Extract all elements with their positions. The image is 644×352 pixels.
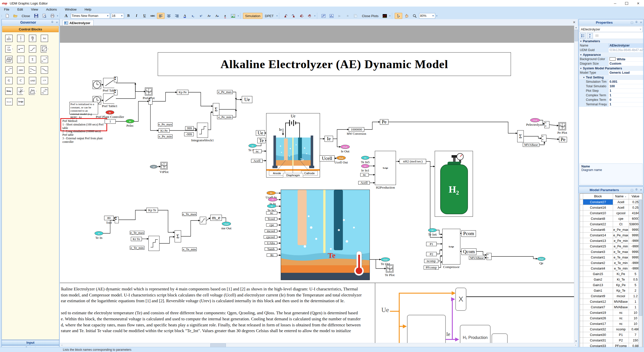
prop-diagram-size[interactable]: Diagram SizeCustom <box>579 62 643 66</box>
grow-font-button[interactable]: A▴ <box>213 13 221 19</box>
run-simulation-button[interactable]: ▶ <box>336 13 343 19</box>
scroll-up-icon[interactable]: ▲ <box>574 26 578 29</box>
node-mux[interactable]: ✱✱ <box>114 77 117 82</box>
switch-block[interactable] <box>29 66 36 74</box>
param-row-constant13[interactable]: Constant13e_Pe_min-9999 <box>580 238 642 244</box>
gain-block[interactable]: G <box>5 77 13 84</box>
param-row-constant16[interactable]: Constant16Acell0.25 <box>580 205 642 210</box>
pin-icon[interactable] <box>634 188 639 191</box>
param-row-constant22[interactable]: Constant22Ct5380000 <box>580 222 642 227</box>
param-row-constant32[interactable]: Constant32ncomp0.486 <box>580 327 642 332</box>
diagram-canvas[interactable]: Alkaline Electrolyzer (AE) Dynamic Model… <box>60 26 574 343</box>
node-[interactable]: Σ <box>213 103 219 116</box>
constant-block[interactable]: C <box>17 77 24 84</box>
hld-h2-production-block[interactable]: H₂ Production <box>460 325 491 343</box>
node-in[interactable]: In <box>267 204 276 208</box>
hld-multiply-block[interactable]: X <box>455 288 466 311</box>
param-row-constant31[interactable]: Constant31P2150 <box>580 338 642 343</box>
param-row-gain15[interactable]: Gain15Ki_Pe5 <box>580 271 642 277</box>
font-dialog-button[interactable]: A <box>62 13 70 19</box>
param-row-constant27[interactable]: Constant27Acell0.25 <box>580 199 642 205</box>
align-center-button[interactable] <box>165 13 173 19</box>
node-p2[interactable]: P2 <box>426 252 437 256</box>
node-in[interactable]: In <box>361 164 369 168</box>
node-cpcool[interactable]: cpcool <box>264 235 277 239</box>
pin-icon[interactable] <box>50 21 55 24</box>
minimize-button[interactable]: ─ <box>609 0 621 7</box>
param-row-constant9[interactable]: Constant9mcool1.2 <box>580 293 642 299</box>
scope-plot-icon[interactable] <box>381 13 389 19</box>
tab-aelectrolyzer[interactable]: AElectrolyzer <box>62 20 94 26</box>
node-te[interactable]: Te <box>257 138 265 143</box>
node-p1[interactable]: P1 <box>426 242 437 246</box>
node-ncomp[interactable]: ncomp <box>424 259 438 263</box>
sample-plot-block[interactable] <box>29 87 36 95</box>
align-left-button[interactable] <box>157 13 165 19</box>
close-panel-icon[interactable]: ✕ <box>639 188 643 192</box>
node-ue[interactable]: Ue <box>242 96 252 103</box>
clock1[interactable] <box>93 80 101 89</box>
node-kp-pe[interactable]: Kp Pe <box>177 90 188 95</box>
node-pe[interactable]: Pe <box>380 119 388 125</box>
node-mvabase[interactable]: MVABase <box>469 256 485 260</box>
prop-background-color[interactable]: Background ColorWhite <box>579 57 643 62</box>
param-row-gain13[interactable]: Gain13Kp_Pe5 <box>580 282 642 288</box>
scroll-left-icon[interactable]: ‹ <box>60 343 64 347</box>
transfer-fn-block[interactable]: 10.01s+1 <box>5 35 13 42</box>
close-tab-icon[interactable]: ✕ <box>573 20 576 24</box>
node-out[interactable]: Out <box>222 222 231 226</box>
param-row-constant15[interactable]: Constant15e_Pe_min-9999 <box>580 244 642 249</box>
categorized-view-icon[interactable] <box>580 33 586 38</box>
plot-window-button[interactable] <box>352 13 359 19</box>
scroll-right-icon[interactable]: › <box>574 343 578 347</box>
plot-setup-icon[interactable] <box>320 13 327 19</box>
shrink-font-button[interactable]: A▾ <box>205 13 213 19</box>
node-in[interactable]: In <box>268 198 277 201</box>
node-integratorblock1[interactable] <box>197 123 208 138</box>
node-acell[interactable]: Acell <box>251 159 263 163</box>
node-qcom[interactable]: Qcom <box>461 248 476 255</box>
prop-total-simulatio[interactable]: Total Simulatio100 <box>579 84 643 89</box>
menu-file[interactable]: File <box>0 7 13 12</box>
simulation-mode-button[interactable]: Simulation <box>243 13 262 19</box>
node-tamb[interactable]: Tamb <box>265 247 277 251</box>
node-in[interactable]: In <box>249 144 257 148</box>
switch2-block[interactable] <box>41 66 48 74</box>
node-kp-te[interactable]: Kp Te <box>146 208 158 213</box>
prop-plot-step[interactable]: Plot Step1 <box>579 89 643 93</box>
lv-gate-block[interactable]: LVGate <box>5 45 13 53</box>
param-row-constant26[interactable]: Constant26nc10 <box>580 316 642 321</box>
node-pe-plot[interactable] <box>558 122 566 130</box>
node-pfcomp[interactable]: PFcomp <box>424 266 439 270</box>
pin-icon[interactable] <box>634 21 639 24</box>
multiply-divide-block[interactable]: ×÷ <box>17 56 24 63</box>
node-mux[interactable]: ✱✱ <box>114 90 117 95</box>
node-ki-pe[interactable]: Ki Pe <box>158 128 170 133</box>
node-uahx[interactable]: UAhx <box>265 241 277 245</box>
node-out[interactable]: Out <box>381 257 390 261</box>
node-e-pe-min[interactable]: e_Pe_min <box>158 135 173 139</box>
align-right-button[interactable] <box>173 13 181 19</box>
node-m-e[interactable]: m_e <box>210 215 222 221</box>
node-te-plot[interactable] <box>386 265 393 273</box>
canvas-horizontal-scrollbar[interactable]: ‹ › <box>60 343 578 347</box>
insert-image-button[interactable] <box>229 13 237 19</box>
node-e-pe-min[interactable]: e_Pe_min <box>217 115 233 119</box>
spell-check-button[interactable]: a <box>221 13 229 19</box>
node-rt[interactable]: Rt <box>267 253 277 257</box>
node-out[interactable]: Out <box>337 156 346 160</box>
prop-terminal-frequ[interactable]: Terminal Frequ1 <box>579 102 643 107</box>
node-mux[interactable]: ✱✱ <box>115 217 119 223</box>
input-bar[interactable]: Input <box>2 340 59 345</box>
node-out[interactable]: Out <box>530 118 540 122</box>
node-e-pe-max[interactable]: e_Pe_max <box>158 122 173 126</box>
node-mcool[interactable]: mcool <box>265 229 277 233</box>
select-cursor-button[interactable] <box>395 13 402 19</box>
node-e-te-max[interactable]: e_Te_max <box>130 231 144 235</box>
pref-note[interactable]: Pref is initialized to a constant, or ca… <box>69 102 98 114</box>
node-999[interactable]: -999 <box>184 132 194 136</box>
param-row-constant19[interactable]: Constant19nc10 <box>580 310 642 316</box>
prop-complex-term[interactable]: Complex Term1 <box>579 93 643 98</box>
pan-hand-button[interactable] <box>403 13 410 19</box>
show-plots-icon[interactable] <box>328 13 335 19</box>
